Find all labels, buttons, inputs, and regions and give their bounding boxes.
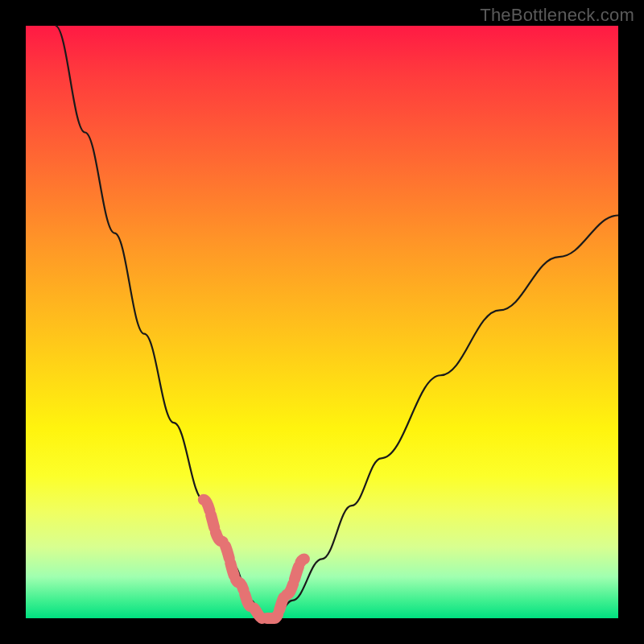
plot-gradient-background <box>26 26 618 618</box>
watermark-text: TheBottleneck.com <box>480 5 634 26</box>
